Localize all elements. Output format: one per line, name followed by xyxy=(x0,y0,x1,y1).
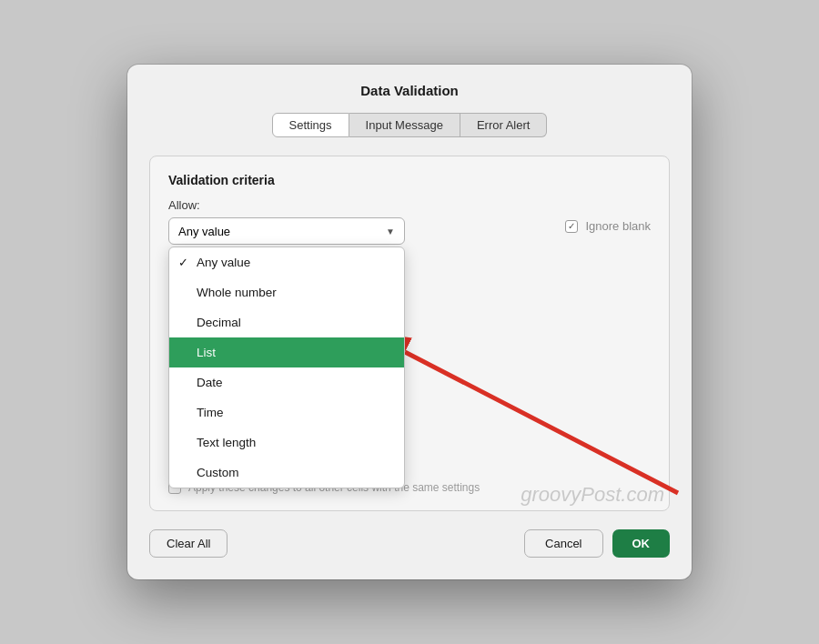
allow-label: Allow: xyxy=(168,198,651,212)
dialog-footer: Clear All Cancel OK xyxy=(149,529,670,558)
allow-dropdown-menu: Any value Whole number Decimal List Date… xyxy=(168,247,405,488)
dropdown-item-time[interactable]: Time xyxy=(169,397,404,428)
dropdown-selected-value: Any value xyxy=(178,225,230,238)
dropdown-item-decimal[interactable]: Decimal xyxy=(169,307,404,337)
ok-button[interactable]: OK xyxy=(612,529,671,558)
ignore-blank-label: Ignore blank xyxy=(585,219,651,233)
chevron-down-icon: ▼ xyxy=(386,226,395,236)
dialog-body: Validation criteria Allow: Any value ▼ A… xyxy=(149,156,670,511)
tabs-row: Settings Input Message Error Alert xyxy=(149,113,670,137)
svg-line-1 xyxy=(405,352,678,493)
dropdown-item-text-length[interactable]: Text length xyxy=(169,428,404,458)
dropdown-item-any-value[interactable]: Any value xyxy=(169,247,404,277)
allow-dropdown-wrapper: Any value ▼ Any value Whole number Decim… xyxy=(168,217,405,245)
ignore-blank-checkbox[interactable]: ✓ xyxy=(565,220,578,233)
allow-row: Any value ▼ Any value Whole number Decim… xyxy=(168,217,651,245)
cancel-button[interactable]: Cancel xyxy=(524,529,602,558)
tab-input-message[interactable]: Input Message xyxy=(349,113,460,137)
dropdown-item-list[interactable]: List xyxy=(169,337,404,367)
dialog-title: Data Validation xyxy=(149,83,670,98)
dropdown-item-date[interactable]: Date xyxy=(169,367,404,397)
validation-criteria-title: Validation criteria xyxy=(168,173,651,187)
tab-settings[interactable]: Settings xyxy=(272,113,349,137)
footer-right-buttons: Cancel OK xyxy=(524,529,670,558)
clear-all-button[interactable]: Clear All xyxy=(149,529,228,558)
dropdown-item-custom[interactable]: Custom xyxy=(169,458,404,488)
dropdown-item-whole-number[interactable]: Whole number xyxy=(169,277,404,307)
ignore-blank-row: ✓ Ignore blank xyxy=(565,219,651,233)
data-validation-dialog: Data Validation Settings Input Message E… xyxy=(127,65,692,579)
tab-error-alert[interactable]: Error Alert xyxy=(460,113,548,137)
allow-dropdown[interactable]: Any value ▼ xyxy=(168,217,405,245)
